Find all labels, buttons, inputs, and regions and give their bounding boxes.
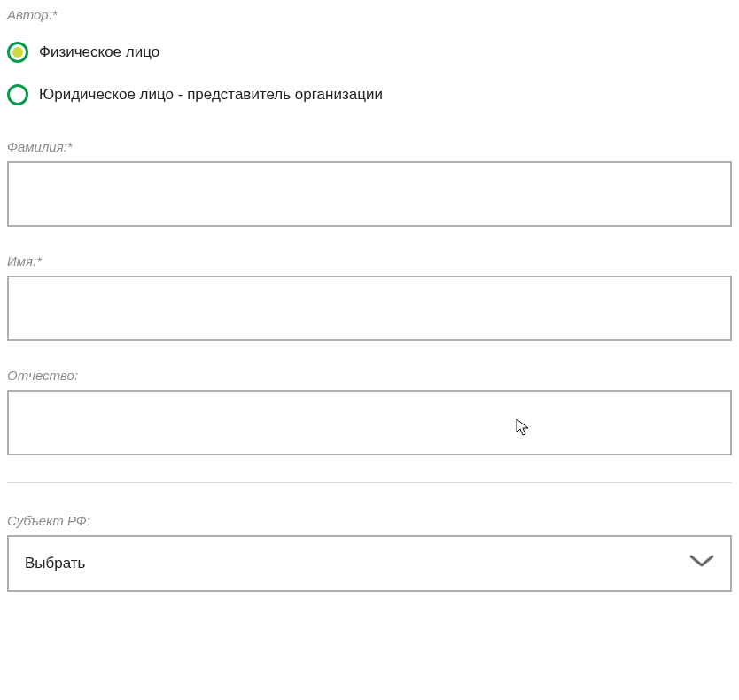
author-label: Автор:* bbox=[7, 7, 732, 22]
radio-legal-entity-label: Юридическое лицо - представитель организ… bbox=[39, 86, 383, 104]
name-group: Имя:* bbox=[7, 253, 732, 341]
author-section: Автор:* Физическое лицо Юридическое лицо… bbox=[7, 7, 732, 105]
name-input[interactable] bbox=[7, 276, 732, 341]
patronymic-input[interactable] bbox=[7, 390, 732, 455]
radio-selected-icon bbox=[7, 42, 28, 63]
radio-individual-label: Физическое лицо bbox=[39, 43, 159, 61]
region-group: Субъект РФ: Выбрать bbox=[7, 513, 732, 592]
radio-individual[interactable]: Физическое лицо bbox=[7, 42, 732, 63]
region-label: Субъект РФ: bbox=[7, 513, 732, 528]
surname-input[interactable] bbox=[7, 161, 732, 227]
surname-label: Фамилия:* bbox=[7, 139, 732, 154]
patronymic-group: Отчество: bbox=[7, 368, 732, 455]
chevron-down-icon bbox=[689, 555, 714, 572]
radio-legal-entity[interactable]: Юридическое лицо - представитель организ… bbox=[7, 84, 732, 105]
radio-unselected-icon bbox=[7, 84, 28, 105]
surname-group: Фамилия:* bbox=[7, 139, 732, 227]
section-divider bbox=[7, 482, 732, 483]
region-select-value: Выбрать bbox=[25, 555, 85, 572]
patronymic-label: Отчество: bbox=[7, 368, 732, 383]
region-select[interactable]: Выбрать bbox=[7, 535, 732, 592]
name-label: Имя:* bbox=[7, 253, 732, 268]
